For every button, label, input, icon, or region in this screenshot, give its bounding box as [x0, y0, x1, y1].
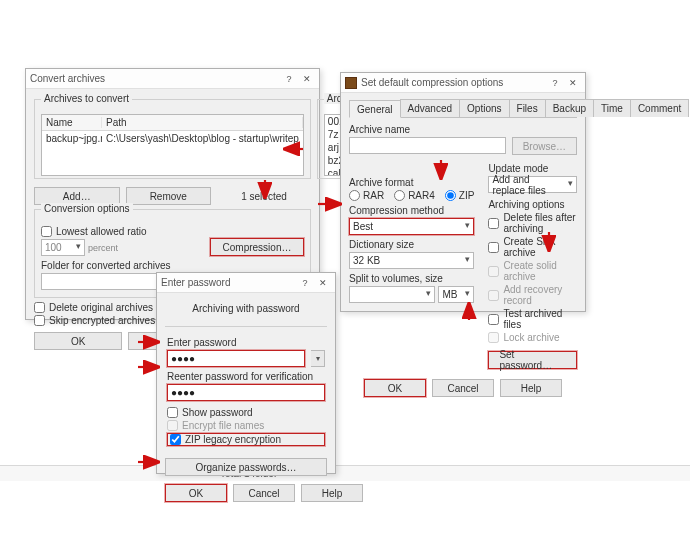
help-button[interactable]: Help [500, 379, 562, 397]
dictionary-size-select[interactable]: 32 KB [349, 252, 474, 269]
archiving-options-label: Archiving options [488, 199, 577, 210]
archive-format-radios: RAR RAR4 ZIP [349, 190, 474, 201]
create-solid-check: Create solid archive [488, 260, 577, 282]
col-path: Path [102, 117, 303, 128]
update-mode-label: Update mode [488, 163, 577, 174]
list-header: Name Path [42, 115, 303, 131]
chevron-down-icon[interactable]: ▾ [311, 350, 325, 367]
help-button[interactable]: Help [301, 484, 363, 502]
cancel-button[interactable]: Cancel [432, 379, 494, 397]
tab-comment[interactable]: Comment [630, 99, 689, 117]
split-unit-select[interactable]: MB [438, 286, 474, 303]
test-archived-check[interactable]: Test archived files [488, 308, 577, 330]
zip-legacy-checkbox[interactable] [170, 434, 181, 445]
lock-archive-check: Lock archive [488, 332, 577, 343]
ok-button[interactable]: OK [34, 332, 122, 350]
password-confirm-input[interactable]: ●●●● [167, 384, 325, 401]
tab-time[interactable]: Time [593, 99, 631, 117]
split-volumes-label: Split to volumes, size [349, 273, 474, 284]
ratio-value-select[interactable]: 100 [41, 239, 85, 256]
group-legend: Conversion options [41, 203, 133, 214]
help-icon[interactable]: ? [281, 72, 297, 86]
cancel-button[interactable]: Cancel [233, 484, 295, 502]
titlebar: Convert archives ? ✕ [26, 69, 319, 89]
ok-button[interactable]: OK [165, 484, 227, 502]
app-icon [345, 77, 357, 89]
update-mode-select[interactable]: Add and replace files [488, 176, 577, 193]
archives-to-convert-group: Archives to convert Name Path backup~jpg… [34, 99, 311, 179]
dialog-heading: Archiving with password [165, 299, 327, 322]
show-password-label: Show password [182, 407, 253, 418]
organize-passwords-button[interactable]: Organize passwords… [165, 458, 327, 476]
help-icon[interactable]: ? [297, 276, 313, 290]
tab-files[interactable]: Files [509, 99, 546, 117]
archive-name-label: Archive name [349, 124, 577, 135]
password-group: Enter password ●●●● ▾ Reenter password f… [165, 326, 327, 450]
encrypt-names-check: Encrypt file names [167, 420, 325, 431]
dialog-title: Convert archives [30, 73, 105, 84]
selected-count: 1 selected [217, 191, 311, 202]
archives-list[interactable]: Name Path backup~jpg.rar C:\Users\yash\D… [41, 114, 304, 176]
reenter-password-label: Reenter password for verification [167, 371, 325, 382]
dialog-title: Enter password [161, 277, 230, 288]
enter-password-dialog: Enter password ? ✕ Archiving with passwo… [156, 272, 336, 474]
tab-general[interactable]: General [349, 100, 401, 118]
skip-encrypted-label: Skip encrypted archives [49, 315, 155, 326]
delete-after-check[interactable]: Delete files after archiving [488, 212, 577, 234]
delete-original-checkbox[interactable] [34, 302, 45, 313]
radio-rar4[interactable]: RAR4 [394, 190, 435, 201]
folder-label: Folder for converted archives [41, 260, 304, 271]
password-input[interactable]: ●●●● [167, 350, 305, 367]
compression-button[interactable]: Compression… [210, 238, 304, 256]
cell-name: backup~jpg.rar [42, 133, 102, 144]
tab-bar: General Advanced Options Files Backup Ti… [349, 99, 577, 118]
enter-password-label: Enter password [167, 337, 325, 348]
skip-encrypted-checkbox[interactable] [34, 315, 45, 326]
lowest-ratio-check[interactable]: Lowest allowed ratio [41, 226, 204, 237]
tab-backup[interactable]: Backup [545, 99, 594, 117]
delete-original-label: Delete original archives [49, 302, 153, 313]
titlebar: Enter password ? ✕ [157, 273, 335, 293]
status-bar: Total 1 folder [0, 465, 690, 481]
ratio-unit: percent [88, 243, 118, 253]
ok-button[interactable]: OK [364, 379, 426, 397]
show-password-checkbox[interactable] [167, 407, 178, 418]
radio-rar[interactable]: RAR [349, 190, 384, 201]
list-item[interactable]: backup~jpg.rar C:\Users\yash\Desktop\blo… [42, 131, 303, 145]
zip-legacy-check[interactable]: ZIP legacy encryption [167, 433, 325, 446]
cell-path: C:\Users\yash\Desktop\blog - startup\wri… [102, 133, 303, 144]
split-size-select[interactable] [349, 286, 435, 303]
archive-name-input[interactable] [349, 137, 506, 154]
encrypt-names-label: Encrypt file names [182, 420, 264, 431]
dictionary-size-label: Dictionary size [349, 239, 474, 250]
compression-method-select[interactable]: Best [349, 218, 474, 235]
close-icon[interactable]: ✕ [299, 72, 315, 86]
lowest-ratio-checkbox[interactable] [41, 226, 52, 237]
show-password-check[interactable]: Show password [167, 407, 325, 418]
compression-options-dialog: Set default compression options ? ✕ Gene… [340, 72, 586, 312]
create-sfx-check[interactable]: Create SFX archive [488, 236, 577, 258]
archive-format-label: Archive format [349, 177, 474, 188]
set-password-button[interactable]: Set password… [488, 351, 577, 369]
titlebar: Set default compression options ? ✕ [341, 73, 585, 93]
compression-method-label: Compression method [349, 205, 474, 216]
radio-zip[interactable]: ZIP [445, 190, 475, 201]
tab-advanced[interactable]: Advanced [400, 99, 460, 117]
help-icon[interactable]: ? [547, 76, 563, 90]
group-legend: Archives to convert [41, 93, 132, 104]
lowest-ratio-label: Lowest allowed ratio [56, 226, 147, 237]
close-icon[interactable]: ✕ [315, 276, 331, 290]
col-name: Name [42, 117, 102, 128]
dialog-title: Set default compression options [361, 77, 503, 88]
remove-button[interactable]: Remove [126, 187, 212, 205]
encrypt-names-checkbox [167, 420, 178, 431]
browse-button[interactable]: Browse… [512, 137, 577, 155]
tab-options[interactable]: Options [459, 99, 509, 117]
zip-legacy-label: ZIP legacy encryption [185, 434, 281, 445]
add-recovery-check: Add recovery record [488, 284, 577, 306]
close-icon[interactable]: ✕ [565, 76, 581, 90]
